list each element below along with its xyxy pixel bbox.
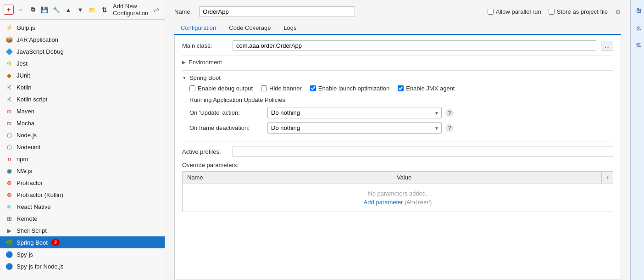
- list-item-javascript-debug[interactable]: 🔷JavaScript Debug: [0, 45, 165, 57]
- pin-button[interactable]: ⇌: [151, 5, 161, 15]
- enable-jmx-checkbox[interactable]: [398, 85, 404, 91]
- folder-button[interactable]: 📁: [87, 5, 97, 15]
- active-profiles-row: Active profiles:: [182, 146, 613, 157]
- save-config-button[interactable]: 💾: [39, 5, 50, 15]
- enable-launch-checkbox[interactable]: [310, 85, 316, 91]
- toolbar: + − ⧉ 💾 🔧 ▲ ▼ 📁 ⇅ Add New Configuration …: [0, 0, 165, 20]
- on-frame-help-icon[interactable]: ?: [445, 124, 454, 132]
- store-as-project-label[interactable]: Store as project file: [549, 8, 608, 15]
- copy-config-button[interactable]: ⧉: [28, 5, 38, 15]
- list-item-protractor[interactable]: ⊗Protractor: [0, 177, 165, 189]
- side-chinese-panel: 界面 1 幺 1 狐: [630, 0, 644, 280]
- on-update-help-icon[interactable]: ?: [445, 109, 454, 117]
- list-item-nodejs[interactable]: ⬡Node.js: [0, 129, 165, 141]
- list-item-nwjs[interactable]: ◉NW.js: [0, 165, 165, 177]
- hide-banner-label[interactable]: Hide banner: [261, 85, 302, 92]
- add-config-button[interactable]: +: [4, 5, 14, 15]
- list-item-icon-mocha: m: [6, 119, 13, 127]
- move-up-button[interactable]: ▲: [63, 5, 73, 15]
- list-item-spy-js[interactable]: 🔵Spy-js: [0, 248, 165, 260]
- list-item-label-jest: Jest: [17, 60, 28, 67]
- list-item-npm[interactable]: nnpm: [0, 153, 165, 165]
- list-item-label-nodejs: Node.js: [17, 132, 37, 139]
- content-area: Main class: ... ▶ Environment ▼ Spring B…: [174, 35, 621, 280]
- on-frame-dropdown[interactable]: Do nothing Update classes and resources …: [267, 122, 442, 134]
- enable-debug-checkbox[interactable]: [189, 85, 195, 91]
- list-item-protractor-kotlin[interactable]: ⊗Protractor (Kotlin): [0, 189, 165, 201]
- spring-boot-section: ▼ Spring Boot Enable debug output Hide b…: [182, 70, 613, 141]
- list-item-icon-gulp: ⚡: [6, 24, 13, 31]
- environment-section-title: Environment: [189, 59, 222, 66]
- add-param-link[interactable]: Add parameter: [364, 199, 403, 206]
- active-profiles-input[interactable]: [233, 146, 613, 157]
- left-panel: + − ⧉ 💾 🔧 ▲ ▼ 📁 ⇅ Add New Configuration …: [0, 0, 165, 280]
- list-item-nodeunit[interactable]: ⬡Nodeunit: [0, 141, 165, 153]
- list-item-label-nodeunit: Nodeunit: [17, 144, 40, 151]
- list-item-icon-react-native: ⚛: [6, 203, 13, 210]
- enable-jmx-label[interactable]: Enable JMX agent: [398, 85, 455, 92]
- list-item-spy-js-node[interactable]: 🔵Spy-js for Node.js: [0, 260, 165, 272]
- side-item-5[interactable]: 狐: [632, 37, 643, 40]
- list-item-shell-script[interactable]: ▶Shell Script: [0, 224, 165, 236]
- tab-logs[interactable]: Logs: [277, 22, 303, 35]
- tab-configuration[interactable]: Configuration: [174, 22, 222, 35]
- move-down-button[interactable]: ▼: [75, 5, 85, 15]
- config-name-input[interactable]: [199, 6, 355, 17]
- side-item-4[interactable]: 1: [632, 27, 643, 33]
- list-item-spring-boot[interactable]: 🌿Spring Boot2: [0, 236, 165, 248]
- side-item-2[interactable]: 1: [632, 9, 643, 16]
- enable-launch-label[interactable]: Enable launch optimization: [310, 85, 389, 92]
- table-add-button[interactable]: +: [601, 172, 613, 184]
- enable-debug-label[interactable]: Enable debug output: [189, 85, 253, 92]
- list-item-label-jar: JAR Application: [17, 36, 58, 43]
- spring-boot-checkboxes: Enable debug output Hide banner Enable l…: [182, 85, 613, 92]
- list-item-gulp[interactable]: ⚡Gulp.js: [0, 22, 165, 34]
- list-item-label-protractor-kotlin: Protractor (Kotlin): [17, 191, 63, 198]
- on-update-dropdown-wrap: Do nothing Update classes and resources …: [267, 107, 454, 118]
- spring-boot-section-header[interactable]: ▼ Spring Boot: [182, 74, 613, 81]
- list-item-label-remote: Remote: [17, 215, 38, 222]
- tabs: Configuration Code Coverage Logs: [174, 22, 621, 35]
- list-item-icon-spy-js-node: 🔵: [6, 263, 13, 270]
- on-update-dropdown[interactable]: Do nothing Update classes and resources …: [267, 107, 442, 118]
- list-item-mocha[interactable]: mMocha: [0, 117, 165, 129]
- list-item-icon-shell-script: ▶: [6, 227, 13, 234]
- list-item-label-shell-script: Shell Script: [17, 227, 47, 234]
- side-item-1[interactable]: 界面: [632, 2, 643, 6]
- main-class-row: Main class: ...: [182, 40, 613, 51]
- list-item-kotlin[interactable]: KKotlin: [0, 81, 165, 93]
- store-as-project-checkbox[interactable]: [549, 9, 555, 15]
- remove-config-button[interactable]: −: [16, 5, 26, 15]
- override-section: Override parameters: Name Value + No par…: [182, 162, 613, 212]
- list-item-jar[interactable]: 📦JAR Application: [0, 34, 165, 45]
- side-item-3[interactable]: 幺: [632, 19, 643, 23]
- gear-icon[interactable]: ⚙: [615, 8, 621, 16]
- on-frame-dropdown-wrap: Do nothing Update classes and resources …: [267, 122, 454, 134]
- list-item-label-junit: JUnit: [17, 72, 30, 79]
- list-item-label-nwjs: NW.js: [17, 168, 32, 174]
- environment-section-header[interactable]: ▶ Environment: [182, 56, 613, 68]
- list-item-react-native[interactable]: ⚛React Native: [0, 201, 165, 213]
- list-item-label-maven: Maven: [17, 108, 34, 115]
- list-item-kotlin-script[interactable]: KKotlin script: [0, 93, 165, 105]
- list-item-label-spring-boot: Spring Boot: [17, 239, 48, 246]
- config-header: Name: Allow parallel run Store as projec…: [174, 6, 621, 17]
- main-class-browse-button[interactable]: ...: [601, 41, 613, 50]
- tab-code-coverage[interactable]: Code Coverage: [222, 22, 277, 35]
- list-item-icon-spring-boot: 🌿: [6, 239, 13, 246]
- list-item-maven[interactable]: mMaven: [0, 105, 165, 117]
- list-item-icon-jar: 📦: [6, 36, 13, 43]
- list-item-label-spy-js: Spy-js: [17, 251, 33, 258]
- list-item-icon-nodeunit: ⬡: [6, 143, 13, 151]
- hide-banner-checkbox[interactable]: [261, 85, 267, 91]
- allow-parallel-label[interactable]: Allow parallel run: [488, 8, 541, 15]
- list-item-icon-npm: n: [6, 155, 13, 162]
- allow-parallel-checkbox[interactable]: [488, 9, 494, 15]
- settings-button[interactable]: 🔧: [51, 5, 61, 15]
- list-item-junit[interactable]: ◆JUnit: [0, 69, 165, 81]
- list-item-remote[interactable]: ⊞Remote: [0, 213, 165, 224]
- main-class-input[interactable]: [233, 40, 596, 51]
- list-item-jest[interactable]: ⚙Jest: [0, 57, 165, 69]
- active-profiles-label: Active profiles:: [182, 148, 228, 155]
- sort-button[interactable]: ⇅: [99, 5, 109, 15]
